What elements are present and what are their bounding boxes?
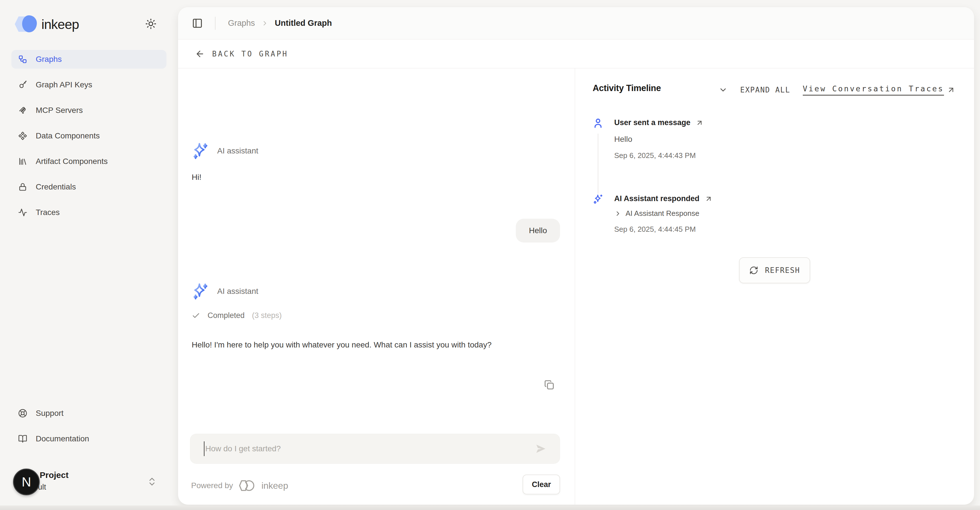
sidebar-item-label: Data Components — [36, 131, 100, 140]
event-response-toggle[interactable]: AI Assistant Response — [614, 209, 699, 218]
event-body: AI Assistant Response — [625, 209, 699, 218]
chevron-right-icon — [614, 210, 622, 217]
text-caret — [204, 441, 204, 456]
status-steps: (3 steps) — [252, 311, 282, 320]
assistant-label: AI assistant — [217, 287, 258, 296]
arrow-up-right-icon[interactable] — [695, 119, 703, 127]
key-icon — [18, 80, 27, 89]
copy-icon — [544, 379, 555, 390]
event-timestamp: Sep 6, 2025, 4:44:45 PM — [614, 225, 696, 234]
project-switcher[interactable]: Project ult N — [8, 465, 167, 499]
component-icon — [18, 131, 27, 140]
library-icon — [18, 157, 27, 166]
powered-by-brand: inkeep — [261, 480, 288, 491]
chevron-down-icon[interactable] — [719, 85, 728, 94]
refresh-icon — [749, 266, 758, 275]
arrow-left-icon — [195, 49, 205, 59]
panel-toggle-button[interactable] — [191, 17, 204, 30]
sidebar-item-mcp-servers[interactable]: MCP Servers — [11, 101, 167, 120]
chat-input[interactable] — [205, 434, 483, 464]
sidebar-item-documentation[interactable]: Documentation — [11, 429, 167, 448]
card-body: AI assistant Hi! Hello AI assistant — [178, 69, 974, 505]
sidebar-item-artifact-components[interactable]: Artifact Components — [11, 152, 167, 171]
breadcrumb-current: Untitled Graph — [275, 18, 332, 28]
copy-button[interactable] — [542, 378, 556, 392]
sparkles-icon — [191, 281, 210, 301]
sidebar-item-support[interactable]: Support — [11, 404, 167, 422]
refresh-button[interactable]: REFRESH — [739, 257, 810, 284]
mcp-icon — [18, 106, 27, 115]
event-title[interactable]: AI Assistant responded — [614, 194, 700, 203]
assistant-message-text: Hi! — [192, 173, 201, 182]
assistant-message-header: AI assistant — [191, 281, 258, 301]
view-traces-label: View Conversation Traces — [803, 84, 944, 96]
breadcrumb-graphs[interactable]: Graphs — [228, 18, 255, 28]
expand-all-button[interactable]: EXPAND ALL — [740, 86, 790, 94]
inkeep-glyph-icon — [238, 479, 256, 492]
powered-by-label: Powered by — [191, 481, 233, 490]
timeline-connector — [598, 134, 598, 194]
activity-timeline-panel: Activity Timeline EXPAND ALL View Conver… — [575, 69, 974, 505]
project-name: Project — [40, 470, 68, 480]
sparkles-icon — [592, 193, 604, 205]
chat-panel: AI assistant Hi! Hello AI assistant — [178, 69, 575, 505]
chevrons-up-down-icon — [147, 477, 157, 487]
chevron-right-icon — [261, 19, 269, 27]
app-logo: inkeep — [15, 15, 79, 33]
arrow-up-right-icon[interactable] — [705, 195, 713, 203]
view-conversation-traces-link[interactable]: View Conversation Traces — [803, 84, 955, 96]
status-label: Completed — [208, 311, 245, 320]
workflow-icon — [18, 55, 27, 64]
inkeep-logo-icon — [15, 15, 36, 33]
sidebar-item-label: Credentials — [36, 182, 76, 191]
main-panel: Graphs Untitled Graph BACK TO GRAPH — [178, 7, 974, 505]
sidebar-nav: Graphs Graph API Keys MCP Servers Data C… — [11, 50, 167, 222]
sidebar-item-traces[interactable]: Traces — [11, 203, 167, 222]
sidebar-item-label: MCP Servers — [36, 106, 83, 115]
sidebar-item-label: Traces — [36, 208, 60, 217]
assistant-status-row[interactable]: Completed (3 steps) — [192, 311, 282, 320]
activity-icon — [18, 208, 27, 217]
timeline-title: Activity Timeline — [593, 83, 661, 93]
powered-by[interactable]: Powered by inkeep — [191, 479, 288, 492]
app-logo-text: inkeep — [41, 16, 79, 32]
sidebar-footer-nav: Support Documentation — [11, 404, 167, 448]
project-avatar: N — [13, 469, 40, 495]
event-timestamp: Sep 6, 2025, 4:44:43 PM — [614, 151, 696, 160]
sidebar-item-label: Support — [36, 409, 64, 418]
event-title[interactable]: User sent a message — [614, 118, 690, 127]
refresh-label: REFRESH — [765, 266, 800, 274]
sidebar-item-graph-api-keys[interactable]: Graph API Keys — [11, 75, 167, 94]
event-body: Hello — [614, 135, 632, 144]
back-bar: BACK TO GRAPH — [178, 40, 974, 69]
user-icon — [592, 117, 604, 129]
back-to-graph-button[interactable]: BACK TO GRAPH — [195, 49, 288, 59]
sidebar-item-data-components[interactable]: Data Components — [11, 126, 167, 145]
sidebar-item-graphs[interactable]: Graphs — [11, 50, 167, 69]
sidebar-item-label: Documentation — [36, 434, 89, 443]
theme-toggle-button[interactable] — [143, 16, 158, 31]
check-icon — [192, 311, 200, 320]
assistant-message-text: Hello! I'm here to help you with whateve… — [192, 337, 564, 352]
header-divider — [215, 17, 215, 30]
chat-composer — [190, 434, 560, 464]
assistant-message-header: AI assistant — [191, 141, 258, 161]
clear-button[interactable]: Clear — [523, 475, 560, 494]
sidebar-item-label: Artifact Components — [36, 157, 108, 166]
arrow-up-right-icon — [947, 86, 955, 94]
life-buoy-icon — [18, 409, 27, 418]
send-button[interactable] — [534, 442, 547, 456]
breadcrumb: Graphs Untitled Graph — [228, 18, 332, 28]
sidebar-item-credentials[interactable]: Credentials — [11, 178, 167, 196]
user-message-bubble: Hello — [516, 219, 560, 242]
sun-icon — [145, 18, 156, 30]
assistant-label: AI assistant — [217, 147, 258, 155]
sidebar: inkeep Graphs Graph API Keys MCP Servers… — [0, 0, 178, 510]
timeline-controls: EXPAND ALL View Conversation Traces — [719, 84, 955, 96]
send-icon — [534, 442, 547, 455]
book-open-icon — [18, 434, 27, 443]
sidebar-item-label: Graph API Keys — [36, 80, 92, 89]
sidebar-item-label: Graphs — [36, 55, 62, 64]
panel-left-icon — [192, 18, 203, 29]
back-to-graph-label: BACK TO GRAPH — [212, 49, 288, 58]
